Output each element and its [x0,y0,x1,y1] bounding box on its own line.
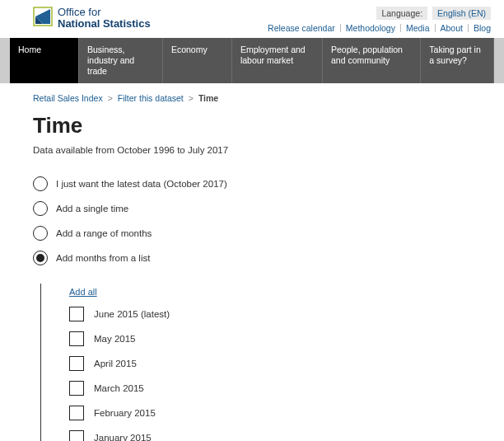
month-checkbox[interactable]: May 2015 [69,331,471,346]
radio-label: I just want the latest data (October 201… [56,179,227,189]
nav-business[interactable]: Business, industry and trade [79,38,163,83]
nav-employment[interactable]: Employment and labour market [232,38,323,83]
time-selection-radios: I just want the latest data (October 201… [33,176,471,441]
breadcrumb: Retail Sales Index > Filter this dataset… [0,83,504,103]
checkbox-icon [69,331,84,346]
month-checkbox[interactable]: February 2015 [69,406,471,420]
header-right: Language: English (EN) Release calendar … [268,7,491,33]
nav-survey[interactable]: Taking part in a survey? [421,38,494,83]
months-list-panel: Add all June 2015 (latest) May 2015 Apri… [40,284,471,441]
radio-icon [33,176,48,191]
radio-label: Add a single time [56,204,128,213]
month-label: February 2015 [94,408,156,418]
radio-label: Add a range of months [56,228,152,238]
radio-label: Add months from a list [56,253,150,263]
radio-range-months[interactable]: Add a range of months [33,226,471,241]
nav-home[interactable]: Home [10,38,79,83]
ons-logo-icon [33,7,53,26]
month-label: March 2015 [94,383,144,393]
add-all-link[interactable]: Add all [69,287,97,297]
top-link-blog[interactable]: Blog [474,23,491,33]
top-links: Release calendar Methodology Media About… [268,23,491,33]
page-subtitle: Data available from October 1996 to July… [33,145,471,155]
checkbox-icon [69,430,84,441]
checkbox-icon [69,356,84,371]
month-label: April 2015 [94,359,137,368]
radio-single-time[interactable]: Add a single time [33,201,471,216]
month-label: June 2015 (latest) [94,309,170,319]
navbar: Home Business, industry and trade Econom… [0,38,504,83]
language-value: English (EN) [432,7,491,20]
radio-icon [33,201,48,216]
breadcrumb-current: Time [198,93,218,103]
ons-logo[interactable]: Office for National Statistics [33,7,151,30]
language-selector[interactable]: Language: English (EN) [376,7,491,20]
ons-logo-text: Office for National Statistics [58,7,151,30]
page-content: Time Data available from October 1996 to… [0,103,504,441]
month-label: May 2015 [94,334,136,344]
breadcrumb-filter-dataset[interactable]: Filter this dataset [118,93,184,103]
top-link-methodology[interactable]: Methodology [346,23,395,33]
page-title: Time [33,113,471,138]
radio-icon [33,226,48,241]
top-link-release-calendar[interactable]: Release calendar [268,23,335,33]
language-label: Language: [376,7,427,20]
checkbox-icon [69,381,84,396]
top-link-about[interactable]: About [441,23,463,33]
month-label: January 2015 [94,433,152,441]
radio-latest-data[interactable]: I just want the latest data (October 201… [33,176,471,191]
month-checkbox[interactable]: April 2015 [69,356,471,371]
breadcrumb-retail-sales[interactable]: Retail Sales Index [33,93,103,103]
radio-months-list[interactable]: Add months from a list [33,251,471,265]
month-checkbox[interactable]: June 2015 (latest) [69,307,471,321]
checkbox-icon [69,406,84,420]
header: Office for National Statistics Language:… [0,0,504,36]
checkbox-icon [69,307,84,321]
breadcrumb-sep: > [108,93,113,103]
radio-icon [33,251,48,265]
nav-economy[interactable]: Economy [163,38,232,83]
month-checkbox[interactable]: January 2015 [69,430,471,441]
nav-people[interactable]: People, population and community [323,38,421,83]
top-link-media[interactable]: Media [406,23,430,33]
breadcrumb-sep: > [189,93,194,103]
month-checkbox[interactable]: March 2015 [69,381,471,396]
